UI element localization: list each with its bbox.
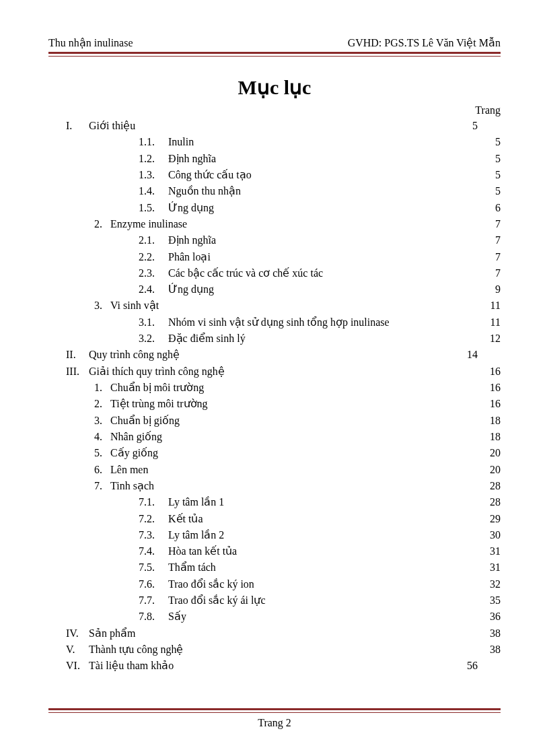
toc-row: 2.4.Ứng dụng9 — [139, 281, 501, 298]
toc-row-left: 7.2.Kết tủa — [139, 511, 203, 527]
toc-number: I. — [66, 118, 89, 134]
toc-row-left: 7.Tinh sạch — [94, 478, 154, 494]
toc-row: I.Giới thiệu5 — [66, 118, 501, 134]
toc-page: 12 — [480, 331, 501, 347]
toc-number: 6. — [94, 462, 110, 478]
footer-page-number: Trang 2 — [0, 717, 549, 729]
toc-text: Chuẩn bị giống — [110, 413, 180, 429]
toc-page: 56 — [458, 658, 501, 674]
toc-number: 1.1. — [139, 134, 168, 150]
toc-page: 28 — [480, 478, 501, 494]
toc-row-left: 2.4.Ứng dụng — [139, 281, 214, 298]
toc-row-left: 3.1.Nhóm vi sinh vật sử dụng sinh tổng h… — [139, 314, 390, 331]
header-left: Thu nhận inulinase — [48, 36, 133, 49]
toc-text: Ly tâm lần 2 — [168, 527, 224, 543]
toc-row: 1.1.Inulin5 — [139, 134, 501, 150]
toc-row-left: 7.8.Sấy — [139, 609, 186, 625]
toc-text: Inulin — [168, 134, 194, 150]
toc-page: 38 — [480, 642, 501, 658]
toc-page: 29 — [480, 511, 501, 527]
toc-row: 2.1.Định nghĩa7 — [139, 232, 501, 248]
toc-row-left: 2.1.Định nghĩa — [139, 232, 216, 248]
toc-text: Kết tủa — [168, 511, 203, 527]
toc-page: 18 — [480, 413, 501, 429]
toc-page: 14 — [458, 347, 501, 363]
toc-text: Các bậc cấc trúc và cơ chế xúc tác — [168, 265, 323, 281]
header-right: GVHD: PGS.TS Lê Văn Việt Mẫn — [348, 36, 501, 49]
toc-row: 7.2.Kết tủa29 — [139, 511, 501, 527]
toc-text: Enzyme inulinase — [110, 216, 187, 232]
toc-page: 5 — [480, 183, 501, 199]
toc-text: Hòa tan kết tủa — [168, 543, 237, 559]
toc-number: 3. — [94, 413, 110, 429]
toc-number: 1.2. — [139, 151, 168, 167]
toc-number: 7.7. — [139, 592, 168, 609]
toc-text: Nhóm vi sinh vật sử dụng sinh tổng hợp i… — [168, 314, 390, 331]
toc-page: 7 — [480, 249, 501, 265]
toc-row-left: 1.3.Công thức cấu tạo — [139, 167, 252, 183]
toc-number: 2.3. — [139, 265, 168, 281]
toc-row-left: 2.3.Các bậc cấc trúc và cơ chế xúc tác — [139, 265, 323, 281]
toc-row-left: 2.Enzyme inulinase — [94, 216, 187, 232]
toc-number: 2.1. — [139, 232, 168, 248]
page-header: Thu nhận inulinase GVHD: PGS.TS Lê Văn V… — [48, 36, 501, 49]
toc-number: 5. — [94, 445, 110, 461]
toc-text: Đặc điểm sinh lý — [168, 331, 246, 347]
toc-row: 6.Lên men20 — [94, 462, 501, 478]
toc-page: 31 — [480, 559, 501, 576]
toc-number: 7.8. — [139, 609, 168, 625]
toc-row: 7.Tinh sạch28 — [94, 478, 501, 494]
toc-number: 3.1. — [139, 314, 168, 331]
toc-number: III. — [66, 364, 89, 380]
toc-row: 5.Cấy giống20 — [94, 445, 501, 461]
toc-text: Vi sinh vật — [110, 298, 159, 314]
toc-number: 1.4. — [139, 183, 168, 199]
toc-page: 28 — [480, 494, 501, 510]
toc-page: 18 — [480, 429, 501, 445]
toc-row: 3.2.Đặc điểm sinh lý12 — [139, 331, 501, 347]
toc-row-left: 3.Chuẩn bị giống — [94, 413, 180, 429]
toc-text: Nguồn thu nhận — [168, 183, 241, 199]
toc-page: 31 — [480, 543, 501, 559]
toc-text: Chuẩn bị môi trường — [110, 380, 204, 396]
toc-row-left: IV.Sản phẩm — [66, 625, 135, 642]
toc-number: 7.2. — [139, 511, 168, 527]
toc-page: 5 — [480, 151, 501, 167]
toc-row-left: VI.Tài liệu tham khảo — [66, 658, 174, 674]
toc-row: 1.3.Công thức cấu tạo5 — [139, 167, 501, 183]
toc-text: Quy trình công nghệ — [89, 347, 180, 363]
toc-row: 7.6.Trao đổi sắc ký ion32 — [139, 576, 501, 592]
toc-text: Định nghĩa — [168, 232, 216, 248]
toc-number: 7.3. — [139, 527, 168, 543]
toc-page: 35 — [480, 592, 501, 609]
toc-row: 7.7.Trao đổi sắc ký ái lực35 — [139, 592, 501, 609]
toc-number: 2.2. — [139, 249, 168, 265]
toc-number: 3. — [94, 298, 110, 314]
toc-number: 2. — [94, 216, 110, 232]
toc-row-left: 7.7.Trao đổi sắc ký ái lực — [139, 592, 266, 609]
toc-row: 3.Chuẩn bị giống18 — [94, 413, 501, 429]
toc-row-left: 2.2.Phân loại — [139, 249, 211, 265]
toc-row: 3.Vi sinh vật11 — [94, 298, 501, 314]
toc-row-left: 4.Nhân giống — [94, 429, 162, 445]
toc-text: Ly tâm lần 1 — [168, 494, 224, 510]
toc-text: Tài liệu tham khảo — [89, 658, 174, 674]
toc-row-left: 1.5.Ứng dụng — [139, 200, 214, 216]
header-divider — [48, 52, 501, 57]
toc-number: 7.1. — [139, 494, 168, 510]
toc-text: Ứng dụng — [168, 281, 214, 298]
toc-row-left: 3.2.Đặc điểm sinh lý — [139, 331, 246, 347]
toc-text: Thẩm tách — [168, 559, 216, 576]
toc-text: Định nghĩa — [168, 151, 216, 167]
toc-page: 32 — [480, 576, 501, 592]
toc-text: Phân loại — [168, 249, 211, 265]
toc-text: Công thức cấu tạo — [168, 167, 252, 183]
toc-row: 1.5.Ứng dụng6 — [139, 200, 501, 216]
toc-page: 36 — [480, 609, 501, 625]
toc-row-left: 2.Tiệt trùng môi trường — [94, 396, 208, 412]
toc-number: 2. — [94, 396, 110, 412]
toc-row-left: 7.6.Trao đổi sắc ký ion — [139, 576, 254, 592]
toc-text: Sản phẩm — [89, 625, 135, 642]
toc-row: III.Giải thích quy trình công nghệ16 — [66, 364, 501, 380]
toc-page: 30 — [480, 527, 501, 543]
